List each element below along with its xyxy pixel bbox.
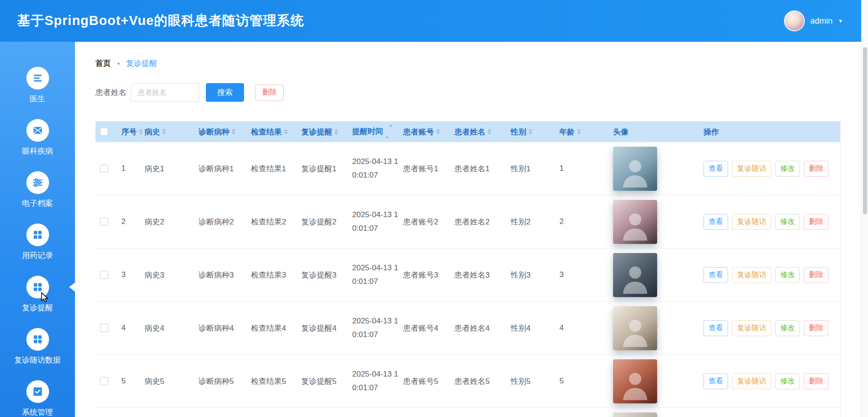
row-actions: 查看复诊随访修改删除 [703,373,840,389]
row-checkbox[interactable] [100,164,108,173]
action-followup-button[interactable]: 复诊随访 [732,214,771,230]
column-header[interactable]: 病史 [145,127,199,137]
cell-serial: 5 [121,377,125,385]
cell-gender: 性别2 [511,218,530,226]
column-label: 头像 [613,127,629,137]
row-checkbox[interactable] [100,377,108,385]
sort-caret-icon[interactable] [162,129,166,134]
row-avatar [613,253,657,297]
cell-gender: 性别3 [511,271,530,279]
select-all-checkbox[interactable] [100,128,108,136]
sort-caret-icon[interactable] [139,129,143,134]
action-delete-button[interactable]: 删除 [804,214,828,230]
column-label: 患者姓名 [454,127,485,137]
action-view-button[interactable]: 查看 [703,267,728,283]
user-avatar[interactable] [784,10,805,31]
action-followup-button[interactable]: 复诊随访 [732,320,771,336]
grid-icon [26,276,49,298]
cell-disease: 诊断病种5 [199,377,234,386]
chevron-down-icon: ▼ [838,18,843,24]
cell-serial: 1 [121,164,125,173]
sort-caret-icon[interactable] [577,129,581,134]
sidebar-item-e-archive[interactable]: 电子档案 [0,171,75,208]
batch-delete-button[interactable]: 删除 [255,84,284,101]
table-row: 1 病史1 诊断病种1 检查结果1 复诊提醒1 2025-04-13 10:01… [95,142,840,195]
action-edit-button[interactable]: 修改 [775,320,800,336]
scrollbar-thumb[interactable] [863,47,867,214]
column-header[interactable]: 患者姓名 [454,127,511,137]
action-edit-button[interactable]: 修改 [775,373,800,389]
sidebar-item-doctor[interactable]: 医生 [0,67,75,104]
user-dropdown[interactable]: admin ▼ [784,10,843,31]
action-view-button[interactable]: 查看 [703,161,728,177]
action-delete-button[interactable]: 删除 [804,373,828,389]
action-edit-button[interactable]: 修改 [775,214,800,230]
action-edit-button[interactable]: 修改 [775,267,800,283]
action-delete-button[interactable]: 删除 [804,267,828,283]
action-view-button[interactable]: 查看 [703,373,728,389]
column-header[interactable]: 复诊提醒 [301,127,352,137]
cell-patient-name: 患者姓名5 [454,377,489,386]
sort-caret-icon[interactable] [284,129,288,134]
row-checkbox[interactable] [100,218,108,226]
sidebar-item-system-management[interactable]: 系统管理 [0,380,75,417]
sidebar-item-followup-data[interactable]: 复诊随访数据 [0,328,75,365]
sort-caret-icon[interactable] [436,129,440,134]
sliders-icon [26,171,49,194]
action-followup-button[interactable]: 复诊随访 [732,161,771,177]
sidebar-item-label: 医生 [30,94,45,104]
breadcrumb-current-link[interactable]: 复诊提醒 [126,58,157,69]
column-header[interactable]: 性别 [511,127,559,137]
sidebar-nav: 医生 眼科疾病 电子档案 用药记录 复诊提醒 复诊随访数据 系统 [0,42,75,417]
column-header[interactable]: 头像 [613,127,703,137]
sort-caret-icon[interactable] [334,129,338,134]
action-view-button[interactable]: 查看 [703,214,728,230]
column-label: 序号 [121,127,137,137]
column-header[interactable]: 年龄 [559,127,613,137]
search-bar: 患者姓名 搜索 删除 [95,83,841,102]
row-checkbox[interactable] [100,324,108,332]
sort-caret-icon[interactable] [385,125,393,139]
action-delete-button[interactable]: 删除 [804,320,828,336]
column-header[interactable]: 患者账号 [403,127,454,137]
action-delete-button[interactable]: 删除 [804,161,828,177]
cell-disease: 诊断病种4 [199,324,234,333]
cell-serial: 4 [121,323,125,332]
column-label: 年龄 [559,127,575,137]
sort-caret-icon[interactable] [232,129,235,134]
breadcrumb-home-link[interactable]: 首页 [95,58,111,69]
action-edit-button[interactable]: 修改 [775,161,800,177]
table-row: 3 病史3 诊断病种3 检查结果3 复诊提醒3 2025-04-13 10:01… [95,248,840,302]
cell-gender: 性别4 [511,324,530,333]
action-followup-button[interactable]: 复诊随访 [732,267,771,283]
table-body: 1 病史1 诊断病种1 检查结果1 复诊提醒1 2025-04-13 10:01… [95,142,840,417]
cell-reminder-time: 2025-04-13 10:01:07 [352,208,399,235]
sidebar-item-followup-reminder[interactable]: 复诊提醒 [0,276,75,313]
sort-caret-icon[interactable] [488,129,491,134]
search-button[interactable]: 搜索 [206,83,244,102]
username-label: admin [810,16,833,26]
sidebar-item-medication-record[interactable]: 用药记录 [0,223,75,261]
column-header[interactable]: 诊断病种 [199,127,251,137]
action-followup-button[interactable]: 复诊随访 [732,373,771,389]
column-header[interactable]: 操作 [703,127,840,137]
cell-history: 病史5 [145,377,164,386]
search-input[interactable] [131,83,199,102]
cell-patient-account: 患者账号5 [403,377,438,386]
column-header[interactable]: 检查结果 [251,127,301,137]
sort-caret-icon[interactable] [529,129,532,134]
cell-patient-name: 患者姓名1 [454,164,489,173]
column-header[interactable]: 序号 [121,127,145,137]
row-avatar [613,147,657,191]
cell-age: 3 [559,270,564,279]
cell-patient-account: 患者账号1 [403,164,438,173]
cell-reminder: 复诊提醒5 [301,377,336,386]
row-actions: 查看复诊随访修改删除 [703,214,840,230]
column-header[interactable]: 提醒时间 [352,125,403,139]
sidebar-item-eye-disease[interactable]: 眼科疾病 [0,119,75,156]
row-actions: 查看复诊随访修改删除 [703,161,840,177]
row-checkbox[interactable] [100,271,108,279]
cell-history: 病史4 [145,324,164,333]
page-title: 基于SpringBoot+Vue的眼科患者随访管理系统 [17,12,304,30]
action-view-button[interactable]: 查看 [703,320,728,336]
